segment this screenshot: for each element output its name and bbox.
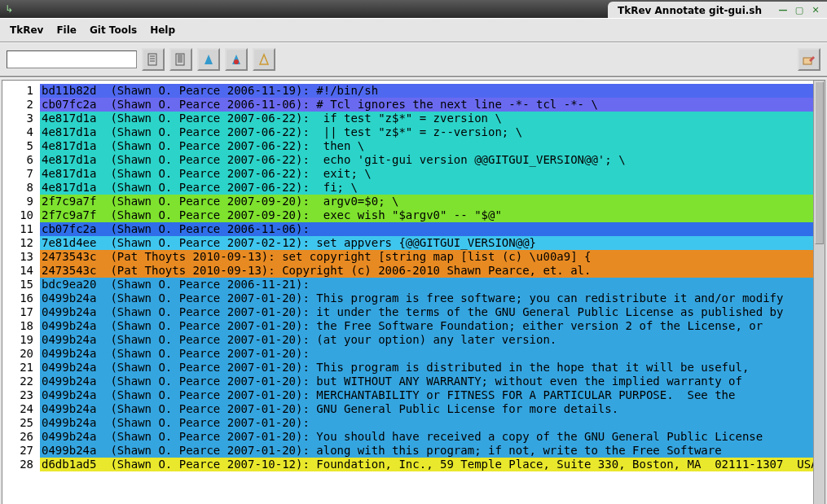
commit-meta: (Pat Thoyts 2010-09-13): bbox=[103, 264, 282, 278]
line-number: 26 bbox=[4, 430, 33, 444]
annotate-line[interactable]: 0499b24a (Shawn O. Pearce 2007-01-20): M… bbox=[40, 388, 813, 402]
menu-git-tools[interactable]: Git Tools bbox=[85, 23, 142, 37]
annotate-line[interactable]: 0499b24a (Shawn O. Pearce 2007-01-20): T… bbox=[40, 361, 813, 375]
scrollbar-thumb[interactable] bbox=[815, 81, 824, 244]
app-icon: ↳ bbox=[0, 3, 18, 15]
annotate-line[interactable]: 0499b24a (Shawn O. Pearce 2007-01-20): t… bbox=[40, 319, 813, 333]
annotate-line[interactable]: 0499b24a (Shawn O. Pearce 2007-01-20): i… bbox=[40, 305, 813, 319]
annotate-line[interactable]: cb07fc2a (Shawn O. Pearce 2006-11-06): bbox=[40, 222, 813, 236]
line-content: Copyright (c) 2006-2010 Shawn Pearce, et… bbox=[282, 264, 813, 278]
commit-meta: (Shawn O. Pearce 2007-06-22): bbox=[103, 125, 316, 139]
line-number: 6 bbox=[4, 153, 33, 167]
line-number: 21 bbox=[4, 361, 33, 375]
commit-meta: (Shawn O. Pearce 2007-06-22): bbox=[103, 167, 316, 181]
line-number: 13 bbox=[4, 250, 33, 264]
close-icon[interactable]: ✕ bbox=[809, 4, 822, 15]
line-content: set copyright [string map [list (c) \u00… bbox=[282, 250, 813, 264]
annotate-line[interactable]: 0499b24a (Shawn O. Pearce 2007-01-20): bbox=[40, 416, 813, 430]
line-content: the Free Software Foundation; either ver… bbox=[316, 319, 813, 333]
annotate-line[interactable]: 2f7c9a7f (Shawn O. Pearce 2007-09-20): a… bbox=[40, 195, 813, 208]
commit-meta: (Shawn O. Pearce 2006-11-06): bbox=[103, 98, 316, 112]
line-content bbox=[310, 278, 813, 291]
toolbar-btn-doc1[interactable] bbox=[142, 48, 165, 71]
commit-hash: 0499b24a bbox=[42, 319, 103, 333]
svg-marker-10 bbox=[205, 55, 213, 64]
annotate-line[interactable]: 0499b24a (Shawn O. Pearce 2007-01-20): a… bbox=[40, 444, 813, 458]
line-number: 24 bbox=[4, 402, 33, 416]
line-content: fi; \ bbox=[316, 181, 813, 195]
line-content: You should have received a copy of the G… bbox=[316, 430, 813, 444]
line-content: along with this program; if not, write t… bbox=[316, 444, 813, 458]
line-content: it under the terms of the GNU General Pu… bbox=[316, 305, 813, 319]
annotate-line[interactable]: 4e817d1a (Shawn O. Pearce 2007-06-22): t… bbox=[40, 139, 813, 153]
commit-hash: cb07fc2a bbox=[42, 98, 103, 112]
line-number: 18 bbox=[4, 319, 33, 333]
minimize-icon[interactable]: — bbox=[776, 4, 790, 15]
line-number: 11 bbox=[4, 222, 33, 236]
commit-meta: (Shawn O. Pearce 2007-06-22): bbox=[103, 181, 316, 195]
annotate-line[interactable]: 4e817d1a (Shawn O. Pearce 2007-06-22): |… bbox=[40, 125, 813, 139]
commit-hash: 2473543c bbox=[42, 264, 103, 278]
line-number: 27 bbox=[4, 444, 33, 458]
commit-hash: 0499b24a bbox=[42, 430, 103, 444]
line-content: exec wish "$argv0" -- "$@" bbox=[316, 208, 813, 222]
annotate-line[interactable]: 4e817d1a (Shawn O. Pearce 2007-06-22): e… bbox=[40, 167, 813, 181]
annotate-line[interactable]: 0499b24a (Shawn O. Pearce 2007-01-20): b… bbox=[40, 375, 813, 388]
line-number: 12 bbox=[4, 236, 33, 250]
commit-hash: 0499b24a bbox=[42, 388, 103, 402]
menu-file[interactable]: File bbox=[51, 23, 81, 37]
commit-meta: (Shawn O. Pearce 2007-06-22): bbox=[103, 112, 316, 125]
svg-point-12 bbox=[234, 59, 239, 64]
commit-hash: 0499b24a bbox=[42, 347, 103, 361]
menu-help[interactable]: Help bbox=[145, 23, 180, 37]
line-number: 23 bbox=[4, 388, 33, 402]
annotate-line[interactable]: 4e817d1a (Shawn O. Pearce 2007-06-22): e… bbox=[40, 153, 813, 167]
window-titlebar: ↳ TkRev Annotate git-gui.sh — ▢ ✕ bbox=[0, 0, 827, 18]
toolbar-btn-tree3[interactable] bbox=[253, 48, 275, 71]
commit-hash: 0499b24a bbox=[42, 402, 103, 416]
toolbar-btn-tree1[interactable] bbox=[197, 48, 220, 71]
annotate-line[interactable]: 4e817d1a (Shawn O. Pearce 2007-06-22): f… bbox=[40, 181, 813, 195]
line-content: but WITHOUT ANY WARRANTY; without even t… bbox=[316, 375, 813, 388]
annotate-line[interactable]: 0499b24a (Shawn O. Pearce 2007-01-20): bbox=[40, 347, 813, 361]
annotate-line[interactable]: bd11b82d (Shawn O. Pearce 2006-11-19): #… bbox=[40, 84, 813, 98]
commit-meta: (Shawn O. Pearce 2007-01-20): bbox=[103, 291, 316, 305]
toolbar-btn-tree2[interactable] bbox=[225, 48, 248, 71]
annotate-line[interactable]: 0499b24a (Shawn O. Pearce 2007-01-20): G… bbox=[40, 402, 813, 416]
line-number: 1 bbox=[4, 84, 33, 98]
line-number: 20 bbox=[4, 347, 33, 361]
annotate-line[interactable]: 4e817d1a (Shawn O. Pearce 2007-06-22): i… bbox=[40, 112, 813, 125]
annotate-line[interactable]: cb07fc2a (Shawn O. Pearce 2006-11-06): #… bbox=[40, 98, 813, 112]
annotate-line[interactable]: 7e81d4ee (Shawn O. Pearce 2007-02-12): s… bbox=[40, 236, 813, 250]
menu-tkrev[interactable]: TkRev bbox=[5, 23, 48, 37]
annotate-line[interactable]: 2f7c9a7f (Shawn O. Pearce 2007-09-20): e… bbox=[40, 208, 813, 222]
line-content: MERCHANTABILITY or FITNESS FOR A PARTICU… bbox=[316, 388, 813, 402]
annotate-line[interactable]: d6db1ad5 (Shawn O. Pearce 2007-10-12): F… bbox=[40, 458, 813, 471]
line-number: 10 bbox=[4, 208, 33, 222]
toolbar-btn-edit[interactable] bbox=[798, 48, 820, 71]
code-area: 1234567891011121314151617181920212223242… bbox=[0, 77, 827, 504]
line-number: 2 bbox=[4, 98, 33, 112]
annotate-line[interactable]: 0499b24a (Shawn O. Pearce 2007-01-20): T… bbox=[40, 291, 813, 305]
line-content: then \ bbox=[316, 139, 813, 153]
toolbar-search-input[interactable] bbox=[7, 50, 137, 68]
annotate-line[interactable]: 0499b24a (Shawn O. Pearce 2007-01-20): (… bbox=[40, 333, 813, 347]
commit-meta: (Shawn O. Pearce 2007-01-20): bbox=[103, 388, 316, 402]
toolbar-btn-doc2[interactable] bbox=[169, 48, 192, 71]
vertical-scrollbar[interactable] bbox=[813, 81, 825, 504]
line-content: if test "z$*" = zversion \ bbox=[316, 112, 813, 125]
line-content: Foundation, Inc., 59 Temple Place, Suite… bbox=[316, 458, 813, 471]
commit-meta: (Shawn O. Pearce 2007-01-20): bbox=[103, 416, 310, 430]
annotate-line[interactable]: bdc9ea20 (Shawn O. Pearce 2006-11-21): bbox=[40, 278, 813, 291]
commit-meta: (Shawn O. Pearce 2006-11-06): bbox=[103, 222, 310, 236]
line-number-gutter: 1234567891011121314151617181920212223242… bbox=[2, 81, 40, 504]
annotate-lines[interactable]: bd11b82d (Shawn O. Pearce 2006-11-19): #… bbox=[40, 81, 813, 504]
commit-hash: 0499b24a bbox=[42, 375, 103, 388]
maximize-icon[interactable]: ▢ bbox=[793, 4, 806, 15]
annotate-line[interactable]: 0499b24a (Shawn O. Pearce 2007-01-20): Y… bbox=[40, 430, 813, 444]
annotate-line[interactable]: 2473543c (Pat Thoyts 2010-09-13): set co… bbox=[40, 250, 813, 264]
annotate-line[interactable]: 2473543c (Pat Thoyts 2010-09-13): Copyri… bbox=[40, 264, 813, 278]
commit-meta: (Shawn O. Pearce 2006-11-19): bbox=[103, 84, 316, 98]
commit-meta: (Shawn O. Pearce 2007-01-20): bbox=[103, 319, 316, 333]
line-number: 7 bbox=[4, 167, 33, 181]
